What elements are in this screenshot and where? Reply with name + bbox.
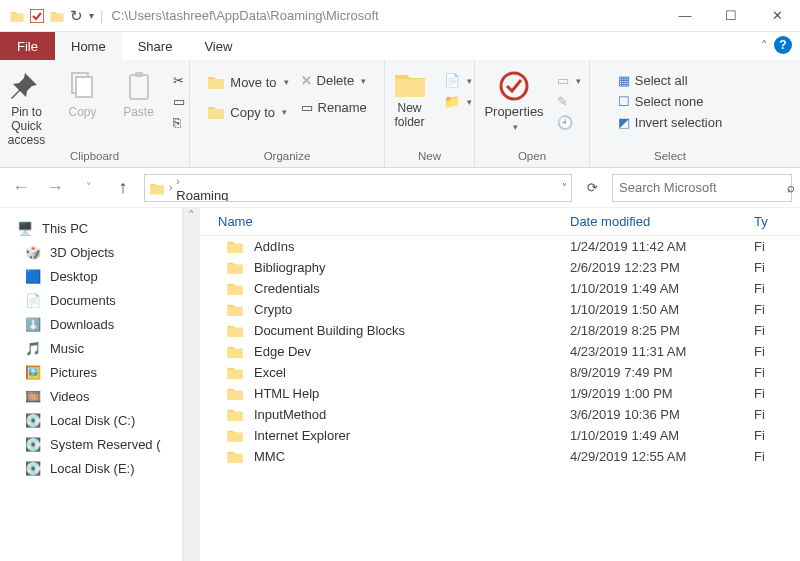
- tab-share[interactable]: Share: [122, 32, 189, 60]
- file-row[interactable]: Internet Explorer 1/10/2019 1:49 AM Fi: [200, 425, 800, 446]
- copy-path-button[interactable]: ▭: [170, 92, 188, 111]
- tree-item[interactable]: 💽Local Disk (C:): [0, 408, 199, 432]
- svg-rect-2: [76, 77, 92, 97]
- column-headers[interactable]: Name Date modified Ty: [200, 208, 800, 236]
- recent-locations-button[interactable]: ˅: [76, 181, 102, 194]
- search-box[interactable]: ⌕: [612, 174, 792, 202]
- folder-icon[interactable]: [50, 9, 64, 23]
- file-date: 3/6/2019 10:36 PM: [570, 407, 750, 422]
- copy-button[interactable]: Copy: [58, 65, 108, 119]
- scroll-up-icon[interactable]: ˄: [183, 208, 199, 223]
- minimize-button[interactable]: —: [662, 0, 708, 32]
- tree-item[interactable]: 💽System Reserved (: [0, 432, 199, 456]
- copy-to-button[interactable]: Copy to▾: [204, 101, 291, 123]
- address-dropdown-icon[interactable]: ˅: [562, 182, 567, 193]
- navigation-pane[interactable]: 🖥️ This PC 🎲3D Objects🟦Desktop📄Documents…: [0, 208, 200, 561]
- navigation-bar: ← → ˅ ↑ › tashreef › AppData › Roaming ›…: [0, 168, 800, 208]
- forward-button[interactable]: →: [42, 177, 68, 198]
- search-input[interactable]: [619, 180, 787, 195]
- tree-item-label: Videos: [50, 389, 90, 404]
- tree-item-icon: 🎲: [24, 243, 42, 261]
- chevron-right-icon[interactable]: ›: [176, 176, 179, 187]
- file-name: Excel: [254, 365, 286, 380]
- file-date: 8/9/2019 7:49 PM: [570, 365, 750, 380]
- history-button[interactable]: 🕘: [554, 113, 584, 132]
- window-title: C:\Users\tashreef\AppData\Roaming\Micros…: [111, 8, 662, 23]
- file-row[interactable]: InputMethod 3/6/2019 10:36 PM Fi: [200, 404, 800, 425]
- address-bar[interactable]: › tashreef › AppData › Roaming › Microso…: [144, 174, 572, 202]
- tree-item-label: System Reserved (: [50, 437, 161, 452]
- group-label-open: Open: [518, 147, 546, 167]
- tree-this-pc[interactable]: 🖥️ This PC: [0, 216, 199, 240]
- open-button[interactable]: ▭▾: [554, 71, 584, 90]
- column-name[interactable]: Name: [200, 214, 570, 229]
- rename-icon: ▭: [301, 100, 313, 115]
- sidebar-scrollbar[interactable]: ˄: [182, 208, 199, 561]
- file-row[interactable]: Document Building Blocks 2/18/2019 8:25 …: [200, 320, 800, 341]
- file-row[interactable]: Excel 8/9/2019 7:49 PM Fi: [200, 362, 800, 383]
- breadcrumb-item[interactable]: Roaming: [176, 188, 229, 202]
- rename-button[interactable]: ▭ Rename: [298, 98, 370, 117]
- tree-item[interactable]: 🎞️Videos: [0, 384, 199, 408]
- tree-item-label: 3D Objects: [50, 245, 114, 260]
- back-button[interactable]: ←: [8, 177, 34, 198]
- file-row[interactable]: AddIns 1/24/2019 11:42 AM Fi: [200, 236, 800, 257]
- file-type: Fi: [750, 281, 800, 296]
- file-date: 1/10/2019 1:49 AM: [570, 428, 750, 443]
- delete-button[interactable]: ✕ Delete▾: [298, 71, 370, 90]
- tab-file[interactable]: File: [0, 32, 55, 60]
- refresh-button[interactable]: ⟳: [580, 180, 604, 195]
- tree-item[interactable]: 💽Local Disk (E:): [0, 456, 199, 480]
- tree-item[interactable]: 🟦Desktop: [0, 264, 199, 288]
- file-row[interactable]: Crypto 1/10/2019 1:50 AM Fi: [200, 299, 800, 320]
- new-item-button[interactable]: 📄▾: [441, 71, 475, 90]
- paste-button[interactable]: Paste: [114, 65, 164, 119]
- easy-access-button[interactable]: 📁▾: [441, 92, 475, 111]
- folder-icon: [207, 103, 225, 121]
- file-list[interactable]: Name Date modified Ty AddIns 1/24/2019 1…: [200, 208, 800, 561]
- new-folder-button[interactable]: New folder: [385, 65, 435, 129]
- cut-button[interactable]: ✂: [170, 71, 188, 90]
- select-all-button[interactable]: ▦ Select all: [615, 71, 725, 90]
- invert-selection-button[interactable]: ◩ Invert selection: [615, 113, 725, 132]
- help-button[interactable]: ?: [774, 36, 792, 54]
- properties-button[interactable]: Properties ▾: [480, 65, 547, 134]
- ribbon-tab-bar: File Home Share View ˄ ?: [0, 32, 800, 60]
- file-name: MMC: [254, 449, 285, 464]
- qat-dropdown-icon[interactable]: ▾: [89, 10, 94, 21]
- column-date[interactable]: Date modified: [570, 214, 750, 229]
- undo-icon[interactable]: ↻: [70, 7, 83, 25]
- search-icon[interactable]: ⌕: [787, 180, 795, 195]
- folder-icon: [226, 365, 244, 380]
- tree-item[interactable]: ⬇️Downloads: [0, 312, 199, 336]
- tree-item[interactable]: 🖼️Pictures: [0, 360, 199, 384]
- file-row[interactable]: Credentials 1/10/2019 1:49 AM Fi: [200, 278, 800, 299]
- tree-item[interactable]: 🎵Music: [0, 336, 199, 360]
- move-to-button[interactable]: Move to▾: [204, 71, 291, 93]
- checkbox-icon[interactable]: [30, 9, 44, 23]
- tab-view[interactable]: View: [188, 32, 248, 60]
- paste-shortcut-button[interactable]: ⎘: [170, 113, 188, 132]
- folder-icon[interactable]: [10, 9, 24, 23]
- tree-item[interactable]: 📄Documents: [0, 288, 199, 312]
- tree-item[interactable]: 🎲3D Objects: [0, 240, 199, 264]
- tab-home[interactable]: Home: [55, 32, 122, 60]
- file-row[interactable]: HTML Help 1/9/2019 1:00 PM Fi: [200, 383, 800, 404]
- pin-to-quick-access-button[interactable]: Pin to Quick access: [2, 65, 52, 147]
- tree-item-icon: 💽: [24, 411, 42, 429]
- close-button[interactable]: ✕: [754, 0, 800, 32]
- file-row[interactable]: MMC 4/29/2019 12:55 AM Fi: [200, 446, 800, 467]
- select-none-button[interactable]: ☐ Select none: [615, 92, 725, 111]
- tree-item-label: Local Disk (C:): [50, 413, 135, 428]
- maximize-button[interactable]: ☐: [708, 0, 754, 32]
- collapse-ribbon-icon[interactable]: ˄: [761, 38, 768, 53]
- file-row[interactable]: Bibliography 2/6/2019 12:23 PM Fi: [200, 257, 800, 278]
- edit-button[interactable]: ✎: [554, 92, 584, 111]
- up-button[interactable]: ↑: [110, 177, 136, 198]
- tree-item-icon: 🟦: [24, 267, 42, 285]
- cut-icon: ✂: [173, 73, 184, 88]
- folder-icon: [226, 281, 244, 296]
- column-type[interactable]: Ty: [750, 214, 800, 229]
- file-row[interactable]: Edge Dev 4/23/2019 11:31 AM Fi: [200, 341, 800, 362]
- folder-icon: [207, 73, 225, 91]
